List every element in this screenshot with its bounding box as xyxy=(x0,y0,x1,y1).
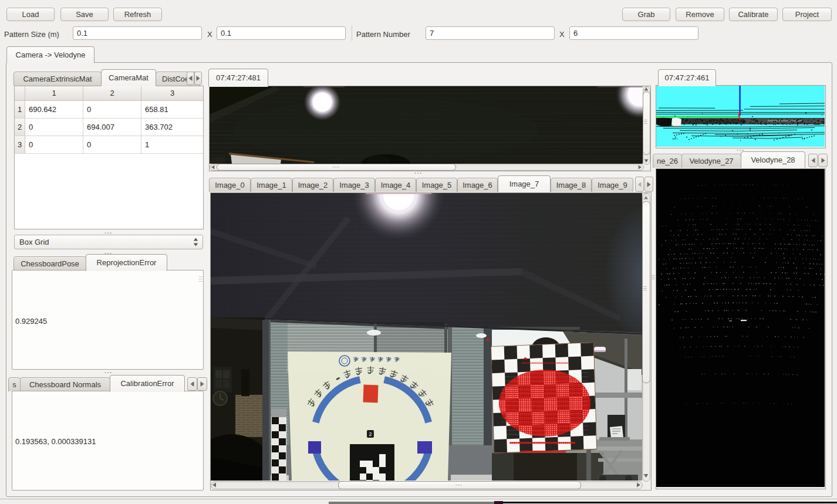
svg-text:2: 2 xyxy=(369,431,372,437)
